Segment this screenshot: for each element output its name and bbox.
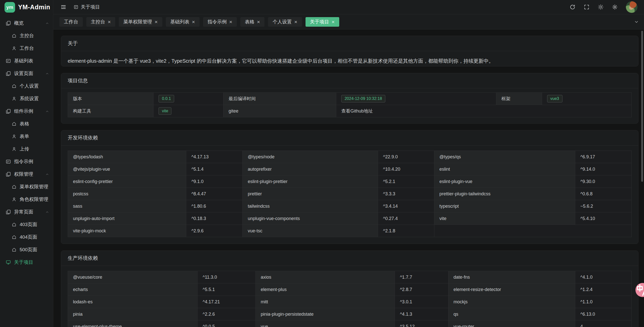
sidebar-item-role-permission[interactable]: 角色权限管理 bbox=[0, 193, 53, 206]
copy-document-icon bbox=[6, 108, 11, 114]
tab-label: 个人设置 bbox=[273, 19, 292, 25]
tab-dashboard[interactable]: 主控台× bbox=[86, 17, 115, 27]
sidebar-item-label: 异常页面 bbox=[14, 209, 33, 215]
close-icon[interactable]: × bbox=[229, 19, 232, 24]
table-row: 版本0.0.1最后编译时间2024-12-09 10:32:18框架vue3 bbox=[68, 93, 632, 105]
tab-menu-permission[interactable]: 菜单权限管理× bbox=[119, 17, 162, 27]
dep-version-cell: ^4.17.21 bbox=[198, 296, 256, 308]
info-cell-label: 版本 bbox=[68, 93, 154, 105]
info-cell-label: 最后编译时间 bbox=[223, 93, 336, 105]
user-icon bbox=[12, 46, 17, 51]
info-cell-text[interactable]: 查看Github地址 bbox=[341, 108, 373, 114]
sidebar-item-table[interactable]: 表格 bbox=[0, 118, 53, 130]
table-row: pinia^2.2.6pinia-plugin-persistedstate^4… bbox=[68, 308, 632, 320]
sidebar-item-overview[interactable]: 概览 bbox=[0, 17, 53, 29]
sidebar-item-page-403[interactable]: 403页面 bbox=[0, 218, 53, 231]
dep-name-cell: @vueuse/core bbox=[68, 271, 198, 283]
sidebar-item-page-500[interactable]: 500页面 bbox=[0, 243, 53, 256]
home-icon bbox=[12, 235, 17, 240]
gear-icon[interactable] bbox=[612, 4, 618, 10]
sidebar-item-workbench[interactable]: 工作台 bbox=[0, 42, 53, 55]
sidebar-item-label: 系统设置 bbox=[20, 95, 39, 102]
dep-name-cell: tailwindcss bbox=[243, 200, 378, 212]
app-window: ym YM-Admin 概览主控台工作台基础列表设置页面个人设置系统设置组件示例… bbox=[0, 0, 644, 327]
breadcrumb-label: 关于项目 bbox=[81, 4, 100, 10]
dep-name-cell: mitt bbox=[255, 296, 395, 308]
sidebar-item-dashboard[interactable]: 主控台 bbox=[0, 29, 53, 42]
dep-version-cell: ^5.4.10 bbox=[575, 212, 631, 225]
status-tag: 2024-12-09 10:32:18 bbox=[341, 95, 385, 102]
close-icon[interactable]: × bbox=[257, 19, 260, 24]
sidebar-item-label: 基础列表 bbox=[14, 58, 33, 64]
sidebar-item-error-pages[interactable]: 异常页面 bbox=[0, 206, 53, 218]
collapse-menu-icon[interactable] bbox=[60, 4, 66, 10]
page-content: 关于 element-plus-admin 是一个基于 vue3，vite2，T… bbox=[53, 30, 644, 327]
sidebar-item-basic-list[interactable]: 基础列表 bbox=[0, 55, 53, 67]
dep-name-cell: @types/lodash bbox=[68, 151, 186, 163]
tab-label: 工作台 bbox=[64, 19, 78, 25]
monitor-icon bbox=[6, 260, 11, 265]
sidebar-item-label: 组件示例 bbox=[14, 108, 33, 115]
dep-name-cell: typescript bbox=[434, 200, 575, 212]
sidebar-item-about[interactable]: 关于项目 bbox=[0, 256, 53, 269]
sidebar-item-page-404[interactable]: 404页面 bbox=[0, 231, 53, 243]
sidebar-item-form[interactable]: 表单 bbox=[0, 130, 53, 143]
dep-name-cell: eslint-plugin-vue bbox=[434, 175, 575, 188]
close-icon[interactable]: × bbox=[155, 19, 158, 24]
avatar[interactable] bbox=[626, 1, 637, 13]
dev-deps-card: 开发环境依赖 @types/lodash^4.17.13@types/node^… bbox=[61, 130, 638, 244]
breadcrumb[interactable]: 关于项目 bbox=[73, 4, 100, 10]
translate-button[interactable] bbox=[635, 283, 644, 297]
tab-personal-settings[interactable]: 个人设置× bbox=[268, 17, 302, 27]
dep-version-cell: ^2.1.8 bbox=[378, 225, 434, 237]
sidebar-item-label: 设置页面 bbox=[14, 70, 33, 77]
project-info-title: 项目信息 bbox=[61, 73, 638, 88]
dep-name-cell: eslint-config-prettier bbox=[68, 175, 186, 188]
tab-directive-examples[interactable]: 指令示例× bbox=[203, 17, 237, 27]
close-icon[interactable]: × bbox=[108, 19, 111, 24]
refresh-icon[interactable] bbox=[570, 4, 576, 10]
chevron-down-icon[interactable] bbox=[634, 19, 639, 24]
sidebar-item-settings-pages[interactable]: 设置页面 bbox=[0, 67, 53, 80]
tab-basic-list[interactable]: 基础列表× bbox=[166, 17, 200, 27]
sidebar-item-label: 表格 bbox=[20, 121, 29, 127]
dep-version-cell: ^1.2.4 bbox=[575, 283, 631, 296]
close-icon[interactable]: × bbox=[294, 19, 297, 24]
fullscreen-icon[interactable] bbox=[584, 4, 590, 10]
close-icon[interactable]: × bbox=[332, 19, 335, 24]
translate-icon bbox=[635, 283, 644, 297]
dep-version-cell: ^5.5.1 bbox=[198, 283, 256, 296]
home-icon bbox=[12, 84, 17, 89]
dep-name-cell: @types/qs bbox=[434, 151, 575, 163]
dep-version-cell: ^4.1.0 bbox=[575, 271, 631, 283]
sidebar-item-component-examples[interactable]: 组件示例 bbox=[0, 105, 53, 118]
info-cell-link[interactable]: 查看Github地址 bbox=[336, 105, 632, 117]
dep-version-cell: 4 bbox=[575, 320, 631, 327]
tab-about[interactable]: 关于项目× bbox=[306, 17, 339, 27]
sidebar-item-label: 上传 bbox=[20, 146, 29, 152]
sidebar-item-label: 个人设置 bbox=[20, 83, 39, 89]
sidebar-item-system-settings[interactable]: 系统设置 bbox=[0, 92, 53, 105]
sidebar-item-directive-examples[interactable]: 指令示例 bbox=[0, 155, 53, 168]
sidebar-item-upload[interactable]: 上传 bbox=[0, 143, 53, 155]
tab-workbench[interactable]: 工作台 bbox=[59, 17, 83, 27]
vertical-scrollbar[interactable] bbox=[641, 31, 643, 182]
about-card: 关于 element-plus-admin 是一个基于 vue3，vite2，T… bbox=[61, 36, 638, 66]
dep-name-cell: @types/node bbox=[243, 151, 378, 163]
sidebar-item-permission[interactable]: 权限管理 bbox=[0, 168, 53, 180]
close-icon[interactable]: × bbox=[192, 19, 195, 24]
dep-version-cell: ^0.18.3 bbox=[186, 212, 243, 225]
dep-version-cell: ^1.1.0 bbox=[575, 296, 631, 308]
tab-table[interactable]: 表格× bbox=[240, 17, 264, 27]
sun-icon[interactable] bbox=[598, 4, 604, 10]
table-row: @vitejs/plugin-vue^5.1.4autoprefixer^10.… bbox=[68, 163, 632, 175]
info-cell-label: gitee bbox=[223, 105, 336, 117]
status-tag: vue3 bbox=[547, 95, 562, 102]
dep-version-cell: ^22.9.0 bbox=[378, 151, 434, 163]
dep-version-cell: ^6.13.0 bbox=[575, 308, 631, 320]
dep-name-cell: eslint-plugin-prettier bbox=[243, 175, 378, 188]
sidebar-item-menu-permission[interactable]: 菜单权限管理 bbox=[0, 180, 53, 193]
sidebar-item-personal-settings[interactable]: 个人设置 bbox=[0, 80, 53, 92]
table-row: unplugin-auto-import^0.18.3unplugin-vue-… bbox=[68, 212, 632, 225]
dep-name-cell: lodash-es bbox=[68, 296, 198, 308]
